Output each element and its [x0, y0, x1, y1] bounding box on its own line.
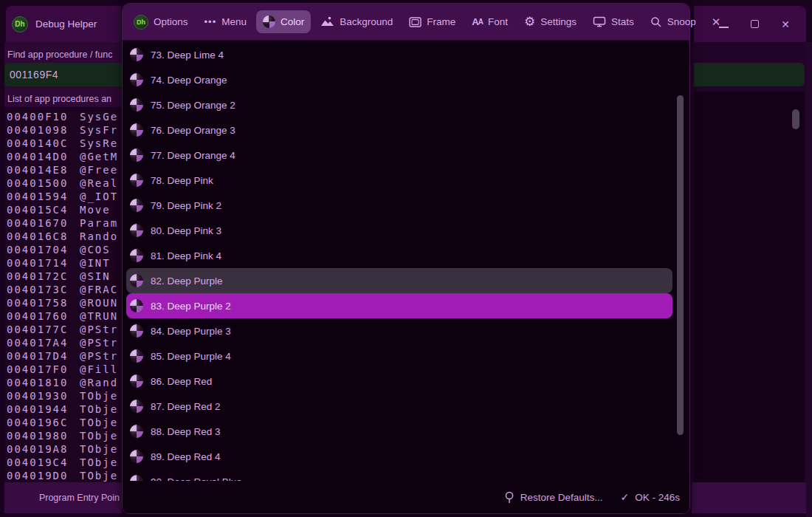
toolbar-item-snoop[interactable]: Snoop: [644, 11, 703, 33]
procedure-row[interactable]: 004017D4@PStr: [7, 349, 122, 363]
maximize-button[interactable]: [751, 19, 759, 30]
procedure-address: 0040173C: [7, 283, 80, 296]
procedure-address: 004019C4: [7, 456, 80, 469]
procedure-row[interactable]: 00401704@COS: [7, 243, 122, 256]
color-item-label: 75. Deep Orange 2: [151, 100, 235, 111]
color-swatch-icon: [130, 299, 143, 312]
color-list-item[interactable]: 78. Deep Pink: [126, 168, 672, 193]
procedure-row[interactable]: 00400F10SysGe: [7, 110, 122, 123]
toolbar-item-options[interactable]: Dh Options: [127, 10, 195, 35]
procedure-row[interactable]: 00401670Param: [7, 216, 122, 230]
color-list-item[interactable]: 79. Deep Pink 2: [126, 193, 672, 218]
procedure-row[interactable]: 00401758@ROUN: [7, 296, 122, 309]
procedures-panel: Find app procedure / func 001169F4 List …: [4, 42, 122, 513]
color-swatch-icon: [130, 374, 143, 388]
color-list-item[interactable]: 89. Deep Red 4: [126, 444, 672, 469]
background-scrollbar[interactable]: [792, 109, 799, 129]
procedure-name: @FRAC: [80, 283, 118, 296]
procedure-address: 00401670: [7, 216, 80, 230]
procedure-name: @SIN: [80, 270, 111, 283]
color-list-item[interactable]: 81. Deep Pink 4: [126, 243, 672, 268]
procedure-address: 0040140C: [7, 137, 80, 150]
procedure-name: @INT: [80, 256, 111, 270]
procedures-list[interactable]: 00400F10SysGe00401098SysFr0040140CSysRe0…: [4, 107, 122, 485]
color-list-item[interactable]: 82. Deep Purple: [126, 268, 672, 293]
procedure-address: 00401758: [7, 296, 80, 309]
color-item-label: 89. Deep Red 4: [151, 451, 221, 462]
toolbar-label: Snoop: [667, 16, 696, 27]
color-list-item[interactable]: 77. Deep Orange 4: [126, 143, 672, 168]
toolbar-item-settings[interactable]: ⚙ Settings: [517, 10, 583, 33]
procedure-row[interactable]: 0040196CTObje: [7, 416, 122, 429]
restore-icon: [504, 491, 515, 504]
procedure-row[interactable]: 004019C4TObje: [7, 456, 122, 469]
procedure-row[interactable]: 00401500@Real: [7, 177, 122, 190]
color-list-item[interactable]: 74. Deep Orange: [126, 67, 672, 92]
procedure-name: @Rand: [80, 376, 118, 389]
find-procedure-input[interactable]: 001169F4: [4, 63, 122, 86]
color-list-item[interactable]: 73. Deep Lime 4: [126, 42, 672, 67]
color-item-label: 84. Deep Purple 3: [151, 326, 231, 337]
ok-button[interactable]: ✓ OK - 246s: [620, 491, 680, 503]
procedure-address: 004017A4: [7, 336, 80, 349]
procedure-row[interactable]: 004016C8Rando: [7, 230, 122, 243]
procedure-row[interactable]: 00401810@Rand: [7, 376, 122, 389]
procedure-row[interactable]: 004014D0@GetM: [7, 150, 122, 163]
procedure-name: @ROUN: [80, 296, 118, 309]
procedure-row[interactable]: 004014E8@Free: [7, 163, 122, 177]
toolbar-item-font[interactable]: AA Font: [465, 11, 515, 32]
toolbar-item-color[interactable]: Color: [256, 10, 311, 33]
background-list-area: [694, 92, 805, 482]
procedure-row[interactable]: 004019D0TObje: [7, 469, 122, 482]
toolbar-item-frame[interactable]: Frame: [402, 11, 462, 32]
procedure-row[interactable]: 004015C4Move: [7, 203, 122, 216]
toolbar-item-background[interactable]: Background: [314, 11, 399, 32]
color-list-item[interactable]: 80. Deep Pink 3: [126, 218, 672, 243]
color-swatch-icon: [130, 123, 143, 137]
procedure-row[interactable]: 0040140CSysRe: [7, 137, 122, 150]
color-list-item[interactable]: 85. Deep Purple 4: [126, 343, 672, 369]
toolbar-label: Stats: [611, 16, 634, 27]
color-list-item[interactable]: 76. Deep Orange 3: [126, 117, 672, 143]
color-list-item[interactable]: 84. Deep Purple 3: [126, 318, 672, 343]
color-list-item[interactable]: 86. Deep Red: [126, 369, 672, 394]
app-logo-icon: Dh: [12, 16, 28, 32]
window-right-border: [806, 42, 812, 517]
procedure-address: 004017D4: [7, 349, 80, 363]
procedure-row[interactable]: 00401930TObje: [7, 389, 122, 403]
procedure-address: 004019A8: [7, 442, 80, 456]
procedure-row[interactable]: 00401980TObje: [7, 429, 122, 442]
procedure-row[interactable]: 004017A4@PStr: [7, 336, 122, 349]
procedure-row[interactable]: 00401594@_IOT: [7, 190, 122, 203]
procedure-row[interactable]: 0040173C@FRAC: [7, 283, 122, 296]
color-list-item[interactable]: 87. Deep Red 2: [126, 394, 672, 419]
procedure-row[interactable]: 00401714@INT: [7, 256, 122, 270]
procedure-name: TObje: [80, 429, 118, 442]
procedure-row[interactable]: 0040172C@SIN: [7, 270, 122, 283]
color-list-item[interactable]: 88. Deep Red 3: [126, 419, 672, 444]
color-list-item[interactable]: 83. Deep Purple 2: [126, 293, 672, 318]
close-window-button[interactable]: ✕: [781, 19, 790, 30]
color-list-scrollbar[interactable]: [677, 95, 684, 435]
dh-logo-icon: Dh: [134, 15, 148, 30]
find-input-continuation[interactable]: [694, 63, 805, 86]
color-list-item[interactable]: 75. Deep Orange 2: [126, 92, 672, 117]
procedure-address: 00401980: [7, 429, 80, 442]
image-icon: [320, 16, 334, 27]
procedure-row[interactable]: 00401760@TRUN: [7, 309, 122, 323]
procedure-address: 00401714: [7, 256, 80, 270]
procedure-row[interactable]: 00401944TObje: [7, 403, 122, 416]
procedure-row[interactable]: 0040177C@PStr: [7, 323, 122, 336]
restore-defaults-label: Restore Defaults...: [520, 492, 603, 503]
procedure-address: 00401760: [7, 309, 80, 323]
toolbar-item-stats[interactable]: Stats: [586, 11, 641, 32]
close-dialog-button[interactable]: ✕: [706, 11, 727, 33]
restore-defaults-button[interactable]: Restore Defaults...: [504, 491, 603, 504]
toolbar-item-menu[interactable]: ••• Menu: [198, 11, 253, 32]
dialog-footer: Restore Defaults... ✓ OK - 246s: [123, 481, 689, 513]
procedure-row[interactable]: 00401098SysFr: [7, 123, 122, 137]
procedure-address: 0040196C: [7, 416, 80, 429]
procedure-name: @PStr: [80, 323, 118, 336]
procedure-row[interactable]: 004019A8TObje: [7, 442, 122, 456]
procedure-row[interactable]: 004017F0@Fill: [7, 363, 122, 376]
